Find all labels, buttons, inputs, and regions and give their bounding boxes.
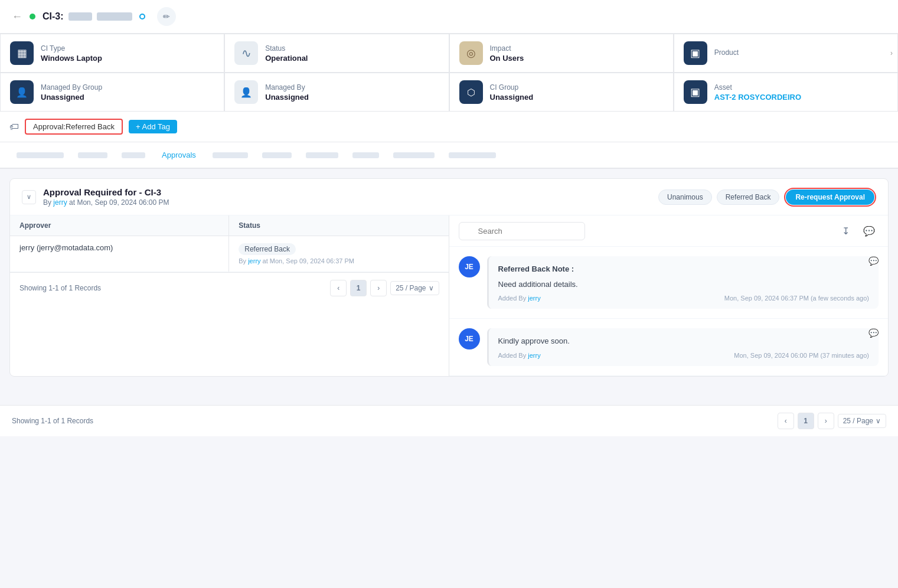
approval-title-block: Approval Required for - CI-3 By jerry at… xyxy=(43,187,169,207)
showing-records: Showing 1-1 of 1 Records xyxy=(19,284,101,292)
tab-placeholder-6 xyxy=(306,152,338,158)
info-card-managed-by-group: 👤 Managed By Group Unassigned xyxy=(1,73,224,111)
title-circle xyxy=(139,14,145,19)
status-icon: ∿ xyxy=(234,41,258,65)
approver-status-meta-user[interactable]: jerry xyxy=(248,257,260,264)
managed-by-group-content: Managed By Group Unassigned xyxy=(41,83,102,102)
product-icon: ▣ xyxy=(684,41,707,65)
sort-button[interactable]: ↧ xyxy=(836,221,855,240)
asset-value[interactable]: AST-2 ROSYCORDEIRO xyxy=(714,93,801,102)
comment-footer-2: Added By jerry Mon, Sep 09, 2024 06:00 P… xyxy=(498,352,870,359)
tab-placeholder-2 xyxy=(78,152,107,158)
comment-list: JE Referred Back Note : Need additional … xyxy=(449,247,889,376)
tag-approval-referred-back: Approval:Referred Back xyxy=(25,119,123,135)
re-request-approval-button[interactable]: Re-request Approval xyxy=(786,190,874,205)
approval-title-group: ∨ Approval Required for - CI-3 By jerry … xyxy=(22,187,169,207)
asset-content: Asset AST-2 ROSYCORDEIRO xyxy=(714,83,801,102)
per-page-selector[interactable]: 25 / Page ∨ xyxy=(390,281,439,295)
back-button[interactable]: ← xyxy=(12,11,22,23)
ci-group-content: CI Group Unassigned xyxy=(490,83,534,102)
bottom-prev-page-button[interactable]: ‹ xyxy=(778,413,794,429)
comment-item-2: JE Kindly approve soon. Added By jerry M… xyxy=(449,319,889,376)
approval-card: ∨ Approval Required for - CI-3 By jerry … xyxy=(9,178,889,377)
comment-user-2[interactable]: jerry xyxy=(528,352,540,359)
tab-placeholder-4 xyxy=(213,152,248,158)
managed-by-label: Managed By xyxy=(265,83,309,92)
search-bar: 🔍 ↧ 💬 xyxy=(449,215,889,247)
bottom-next-page-button[interactable]: › xyxy=(818,413,834,429)
pagination: ‹ 1 › 25 / Page ∨ xyxy=(330,280,439,296)
bottom-showing-records: Showing 1-1 of 1 Records xyxy=(12,417,93,425)
approver-table: Approver Status jerry (jerry@motadata.co… xyxy=(10,215,449,376)
badge-referred-back: Referred Back xyxy=(717,190,780,205)
tabs-bar: Approvals xyxy=(0,142,898,169)
approval-meta-user[interactable]: jerry xyxy=(53,198,67,207)
bottom-per-page-selector[interactable]: 25 / Page ∨ xyxy=(838,414,886,428)
managed-by-content: Managed By Unassigned xyxy=(265,83,309,102)
ci-type-content: CI Type Windows Laptop xyxy=(41,44,102,63)
comment-user-1[interactable]: jerry xyxy=(528,295,540,302)
add-tag-button[interactable]: + Add Tag xyxy=(129,120,177,133)
ci-type-value: Windows Laptop xyxy=(41,54,102,63)
managed-by-value: Unassigned xyxy=(265,93,309,102)
impact-value: On Users xyxy=(490,54,524,63)
asset-label: Asset xyxy=(714,83,801,92)
avatar-1: JE xyxy=(459,256,480,277)
tab-placeholder-3 xyxy=(122,152,145,158)
pencil-icon: ✏ xyxy=(163,12,170,21)
chevron-down-small-icon: ∨ xyxy=(429,284,434,292)
managed-by-icon: 👤 xyxy=(234,80,258,104)
ci-group-icon: ⬡ xyxy=(459,80,483,104)
edit-button[interactable]: ✏ xyxy=(157,7,176,26)
impact-icon: ◎ xyxy=(459,41,483,65)
tag-icon: 🏷 xyxy=(9,122,19,132)
comment-added-by-1: Added By jerry xyxy=(498,295,541,302)
page-title: CI-3: xyxy=(43,11,145,22)
chat-button[interactable]: 💬 xyxy=(860,221,879,240)
ci-type-label: CI Type xyxy=(41,44,102,53)
expand-icon[interactable]: › xyxy=(890,49,893,57)
comment-timestamp-1: Mon, Sep 09, 2024 06:37 PM (a few second… xyxy=(724,295,869,302)
tab-approvals[interactable]: Approvals xyxy=(152,142,205,169)
comment-timestamp-2: Mon, Sep 09, 2024 06:00 PM (37 minutes a… xyxy=(734,352,869,359)
badge-unanimous: Unanimous xyxy=(658,190,712,205)
bottom-page-1-button[interactable]: 1 xyxy=(798,413,814,429)
info-card-status: ∿ Status Operational xyxy=(225,34,448,72)
page-1-button[interactable]: 1 xyxy=(350,280,367,296)
comments-panel: 🔍 ↧ 💬 JE xyxy=(449,215,889,376)
approval-actions: Unanimous Referred Back Re-request Appro… xyxy=(658,188,876,207)
search-input[interactable] xyxy=(459,222,585,240)
main-content: ∨ Approval Required for - CI-3 By jerry … xyxy=(0,169,898,405)
table-footer: Showing 1-1 of 1 Records ‹ 1 › 25 / Page… xyxy=(10,272,449,303)
sort-icon: ↧ xyxy=(842,226,850,237)
approver-status-meta: By jerry at Mon, Sep 09, 2024 06:37 PM xyxy=(239,257,439,264)
impact-label: Impact xyxy=(490,44,524,53)
comment-note-label-1: Referred Back Note : xyxy=(498,263,870,275)
product-label: Product xyxy=(714,48,739,57)
info-grid: ▦ CI Type Windows Laptop ∿ Status Operat… xyxy=(0,34,898,112)
collapse-button[interactable]: ∨ xyxy=(22,190,36,204)
next-page-button[interactable]: › xyxy=(370,280,387,296)
ci-group-label: CI Group xyxy=(490,83,534,92)
asset-icon: ▣ xyxy=(684,80,707,104)
top-bar: ← CI-3: ✏ xyxy=(0,0,898,34)
tags-bar: 🏷 Approval:Referred Back + Add Tag xyxy=(0,112,898,142)
tab-placeholder-7 xyxy=(352,152,379,158)
reply-icon-1[interactable]: 💬 xyxy=(868,256,879,266)
reply-icon-2[interactable]: 💬 xyxy=(868,328,879,338)
comment-bubble-1: Referred Back Note : Need additional det… xyxy=(487,256,879,309)
column-header-status: Status xyxy=(229,215,448,236)
managed-by-group-label: Managed By Group xyxy=(41,83,102,92)
approval-body: Approver Status jerry (jerry@motadata.co… xyxy=(10,215,888,376)
tab-placeholder-8 xyxy=(393,152,435,158)
comment-item-1: JE Referred Back Note : Need additional … xyxy=(449,247,889,319)
ci-group-value: Unassigned xyxy=(490,93,534,102)
status-value: Operational xyxy=(265,54,308,63)
info-card-asset: ▣ Asset AST-2 ROSYCORDEIRO xyxy=(674,73,897,111)
chat-icon: 💬 xyxy=(863,226,875,237)
page-title-text: CI-3: xyxy=(43,11,64,22)
prev-page-button[interactable]: ‹ xyxy=(330,280,347,296)
column-header-approver: Approver xyxy=(10,215,229,236)
bottom-pagination: ‹ 1 › 25 / Page ∨ xyxy=(778,413,886,429)
bottom-bar: Showing 1-1 of 1 Records ‹ 1 › 25 / Page… xyxy=(0,405,898,436)
